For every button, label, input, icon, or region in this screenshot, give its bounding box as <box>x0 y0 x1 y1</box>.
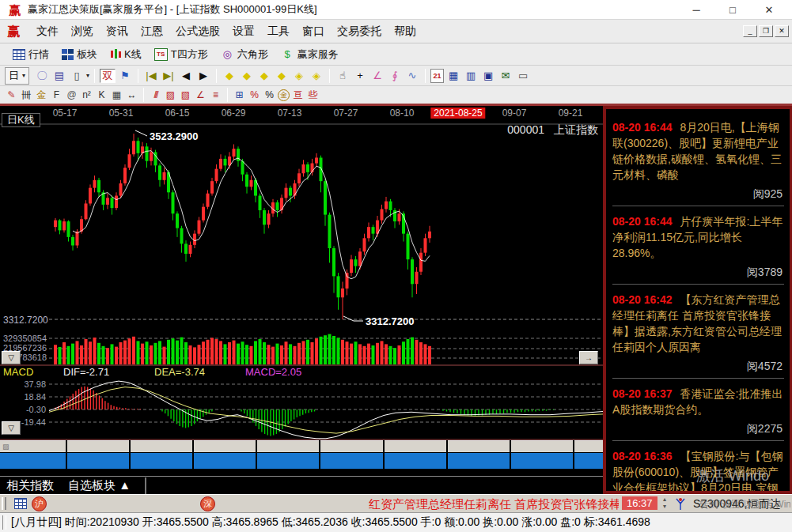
menu-item-window[interactable]: 窗口 <box>296 22 331 41</box>
menu-item-help[interactable]: 帮助 <box>388 22 423 41</box>
hexagon-button[interactable]: ◎六角形 <box>216 46 273 63</box>
related-index-cell[interactable] <box>257 440 319 452</box>
related-index-cell[interactable]: ▨ <box>0 440 66 452</box>
pin-icon[interactable]: ▯ <box>69 69 85 83</box>
related-index-bar[interactable] <box>131 453 192 469</box>
menu-item-trade-entrust[interactable]: 交易委托 <box>331 22 388 41</box>
percent-icon[interactable]: % <box>263 88 276 102</box>
volume-collapse-button[interactable]: ▽ <box>2 351 21 364</box>
related-index-cell[interactable] <box>67 440 129 452</box>
news-item[interactable]: 08-20 16:44片仔癀半年报:上半年净利润11.15亿元,同比增长28.9… <box>612 206 784 285</box>
related-index-bar[interactable] <box>511 453 573 469</box>
skip-start-icon[interactable]: |◀ <box>143 69 159 83</box>
expand-h-diamond-icon[interactable]: ◆ <box>256 69 272 83</box>
trend-tool-icon[interactable]: 亘 <box>291 88 305 102</box>
skip-end-icon[interactable]: ▶| <box>161 69 176 83</box>
protractor-icon[interactable]: ∠ <box>369 69 385 83</box>
gann-box-icon[interactable]: ▨ <box>164 88 177 102</box>
brush-icon[interactable]: ✎ <box>5 88 18 102</box>
mail-icon[interactable]: ✉ <box>498 69 513 83</box>
scroll-right-button[interactable]: → <box>579 351 598 364</box>
related-index-bar[interactable] <box>194 453 256 469</box>
next-bar-icon[interactable]: ▶ <box>195 69 211 83</box>
winner-service-button[interactable]: $赢家服务 <box>276 46 343 63</box>
ticker-scroll-arrows[interactable]: ▴▾ <box>663 496 666 510</box>
candlestick-chart[interactable]: 3523.29003312.72003312.72003293508542195… <box>0 106 603 494</box>
calculator-icon[interactable]: ▦ <box>445 69 461 83</box>
region-select-icon[interactable]: 〇 <box>34 69 50 83</box>
related-index-bar[interactable] <box>67 453 129 469</box>
mdi-close-button[interactable]: ✕ <box>775 25 789 37</box>
gann-grid-icon[interactable]: ▧ <box>179 88 192 102</box>
crosshair-icon[interactable]: + <box>352 69 368 83</box>
wave-tool-icon[interactable]: ∿ <box>404 69 420 83</box>
ticker-stock-label[interactable]: SZ300946,恒而达 <box>693 497 781 511</box>
related-index-value-strip[interactable] <box>0 453 603 469</box>
sectors-button[interactable]: 板块 <box>57 46 102 63</box>
fib-lines-icon[interactable]: F <box>50 88 63 102</box>
fib-percent-icon[interactable]: % <box>248 88 261 102</box>
expand-all-diamond-icon[interactable]: ◈ <box>291 69 307 83</box>
maximize-button[interactable]: □ <box>724 4 741 16</box>
indicator-toggle-icon[interactable]: 双 <box>100 69 116 83</box>
kline-period-tab[interactable]: 日K线 <box>2 113 40 127</box>
flag-icon[interactable]: ⚑ <box>117 69 133 83</box>
shenzhen-market-seal-icon[interactable]: 深 <box>200 496 215 511</box>
mdi-restore-button[interactable]: ❐ <box>759 25 773 37</box>
kline-button[interactable]: K线 <box>105 46 146 63</box>
scrolling-news-text[interactable]: 红资产管理总经理任莉离任 首席投资官张锋接棒 <box>369 497 619 512</box>
period-button[interactable]: 日▾ <box>5 67 29 85</box>
related-index-cell[interactable] <box>574 440 603 452</box>
related-index-bar[interactable] <box>385 453 446 469</box>
steps-tool-icon[interactable]: 些 <box>306 88 320 102</box>
spiral-icon[interactable]: @ <box>65 88 78 102</box>
related-index-cell[interactable] <box>448 440 510 452</box>
related-index-cell[interactable] <box>511 440 573 452</box>
related-index-cell[interactable] <box>131 440 192 452</box>
prev-bar-icon[interactable]: ◀ <box>178 69 194 83</box>
related-index-bar[interactable] <box>448 453 510 469</box>
price-ladder-icon[interactable]: ⊞ <box>233 88 246 102</box>
gold-section-icon[interactable]: 金 <box>35 88 48 102</box>
related-index-bar[interactable] <box>320 453 382 469</box>
square-of-nine-icon[interactable]: n² <box>80 88 93 102</box>
related-index-cell[interactable] <box>194 440 256 452</box>
notebook-icon[interactable]: ▥ <box>463 69 479 83</box>
chevron-down-icon[interactable]: ▾ <box>86 72 89 79</box>
menu-item-gann[interactable]: 江恩 <box>135 22 169 41</box>
k-notes-icon[interactable]: K <box>95 88 108 102</box>
menu-item-file[interactable]: 文件 <box>30 22 65 41</box>
related-index-cell[interactable] <box>320 440 382 452</box>
shanghai-market-seal-icon[interactable]: 沪 <box>32 496 47 511</box>
related-index-bar[interactable] <box>0 453 66 469</box>
mdi-minimize-button[interactable]: _ <box>743 25 757 37</box>
calendar-icon[interactable]: 21 <box>430 69 444 83</box>
zoom-left-diamond-icon[interactable]: ◆ <box>222 69 237 83</box>
gann-fan-icon[interactable]: /// <box>149 88 162 102</box>
tab-related-index[interactable]: 相关指数 <box>0 477 62 495</box>
menu-item-info[interactable]: 资讯 <box>100 22 135 41</box>
news-item[interactable]: 08-20 16:42【东方红资产管理总经理任莉离任 首席投资官张锋接棒】据透露… <box>612 285 784 379</box>
save-icon[interactable]: ▣ <box>480 69 496 83</box>
news-item[interactable]: 08-20 16:448月20日电,【上海钢联(300226)、股吧】更新锂电产… <box>612 112 784 206</box>
zoom-right-diamond-icon[interactable]: ◆ <box>239 69 255 83</box>
macd-collapse-button[interactable]: ▽ <box>2 421 21 435</box>
ruler-grid-icon[interactable]: ▦ <box>110 88 123 102</box>
angle-lines-icon[interactable]: ∠ <box>194 88 207 102</box>
ticker-grip-handle[interactable] <box>2 497 6 510</box>
reset-zoom-diamond-icon[interactable]: ◈ <box>309 69 324 83</box>
menu-item-tools[interactable]: 工具 <box>261 22 296 41</box>
tab-watchlist-sectors[interactable]: 自选板块 ▲ <box>62 477 138 495</box>
related-index-bar[interactable] <box>574 453 603 469</box>
golden-circle-icon[interactable]: 金 <box>278 89 290 101</box>
minimize-button[interactable]: ─ <box>688 4 705 16</box>
related-index-bar[interactable] <box>257 453 319 469</box>
t-square-button[interactable]: TST四方形 <box>150 46 213 63</box>
shrink-h-diamond-icon[interactable]: ◆ <box>274 69 290 83</box>
parallel-lines-icon[interactable]: ≡ <box>209 88 222 102</box>
menu-item-formula-stock-pick[interactable]: 公式选股 <box>169 22 226 41</box>
document-list-icon[interactable]: ▤ <box>51 69 67 83</box>
grid-lines-icon[interactable]: 卌 <box>20 88 33 102</box>
hand-drag-icon[interactable]: ☝ <box>335 69 351 83</box>
quotes-button[interactable]: 行情 <box>8 46 54 63</box>
